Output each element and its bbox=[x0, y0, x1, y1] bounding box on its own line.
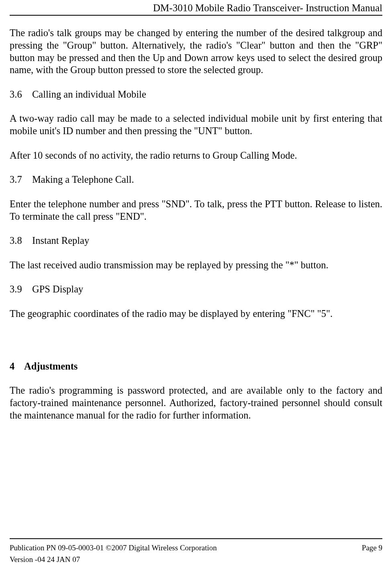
section-3-6-heading: 3.6Calling an individual Mobile bbox=[10, 88, 382, 101]
page-body: The radio's talk groups may be changed b… bbox=[10, 16, 382, 421]
section-3-7-p1: Enter the telephone number and press "SN… bbox=[10, 198, 382, 223]
section-3-8-p1: The last received audio transmission may… bbox=[10, 259, 382, 272]
header-title: DM-3010 Mobile Radio Transceiver- Instru… bbox=[153, 2, 382, 13]
section-title: GPS Display bbox=[32, 284, 83, 294]
section-3-6-p1: A two-way radio call may be made to a se… bbox=[10, 112, 382, 137]
section-3-6-p2: After 10 seconds of no activity, the rad… bbox=[10, 149, 382, 162]
section-3-7-heading: 3.7Making a Telephone Call. bbox=[10, 174, 382, 186]
section-3-9-p1: The geographic coordinates of the radio … bbox=[10, 308, 382, 320]
chapter-title: Adjustments bbox=[24, 361, 78, 372]
section-title: Calling an individual Mobile bbox=[32, 89, 146, 100]
section-title: Making a Telephone Call. bbox=[32, 174, 134, 185]
page-header: DM-3010 Mobile Radio Transceiver- Instru… bbox=[10, 0, 382, 16]
section-number: 3.6 bbox=[10, 88, 32, 101]
intro-paragraph: The radio's talk groups may be changed b… bbox=[10, 27, 382, 76]
section-number: 3.8 bbox=[10, 235, 32, 247]
chapter-4-p1: The radio's programming is password prot… bbox=[10, 384, 382, 421]
footer-publication: Publication PN 09-05-0003-01 ©2007 Digit… bbox=[10, 542, 217, 554]
section-number: 3.7 bbox=[10, 174, 32, 186]
section-title: Instant Replay bbox=[32, 235, 89, 246]
footer-version: Version -04 24 JAN 07 bbox=[10, 554, 382, 566]
section-3-8-heading: 3.8Instant Replay bbox=[10, 235, 382, 247]
footer-page-number: Page 9 bbox=[362, 542, 382, 554]
chapter-4-heading: 4Adjustments bbox=[10, 360, 382, 373]
chapter-number: 4 bbox=[10, 360, 24, 373]
section-3-9-heading: 3.9GPS Display bbox=[10, 283, 382, 296]
page-footer: Publication PN 09-05-0003-01 ©2007 Digit… bbox=[10, 538, 382, 565]
section-number: 3.9 bbox=[10, 283, 32, 296]
